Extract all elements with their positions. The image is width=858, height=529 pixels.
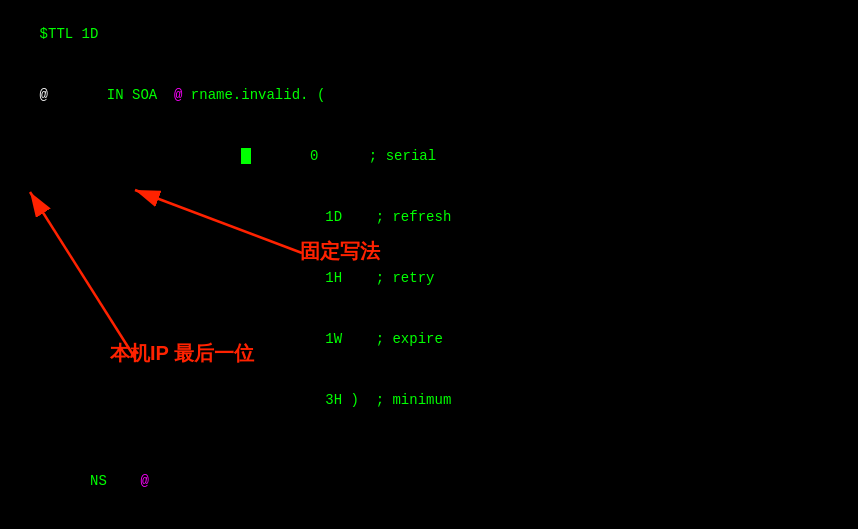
terminal-line-6: 1W ; expire <box>6 308 852 369</box>
cursor <box>241 148 251 164</box>
terminal-line-7: 3H ) ; minimum <box>6 369 852 430</box>
terminal-line-3: 0 ; serial <box>6 126 852 187</box>
terminal-window: $TTL 1D @ IN SOA @ rname.invalid. ( 0 ; … <box>0 0 858 529</box>
terminal-line-4: 1D ; refresh <box>6 187 852 248</box>
line1-text: $TTL 1D <box>40 26 99 42</box>
terminal-line-10: A 127.0.0.1 <box>6 511 852 529</box>
terminal-line-1: $TTL 1D <box>6 4 852 65</box>
terminal-line-8 <box>6 430 852 450</box>
terminal-line-9: NS @ <box>6 451 852 512</box>
terminal-line-5: 1H ; retry <box>6 248 852 309</box>
terminal-line-2: @ IN SOA @ rname.invalid. ( <box>6 65 852 126</box>
